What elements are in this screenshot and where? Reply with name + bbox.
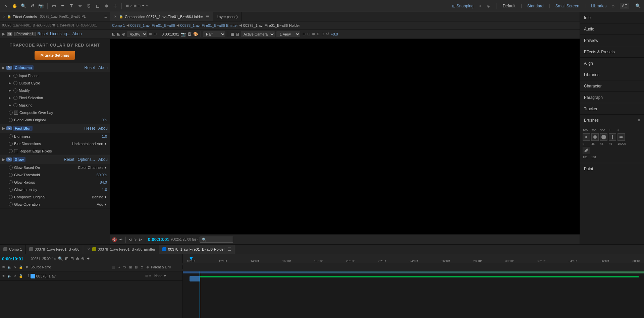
tl-shy-icon[interactable]: ⊞	[65, 256, 68, 261]
timeline-search[interactable]	[200, 237, 233, 243]
workspace-libraries[interactable]: Libraries	[591, 4, 606, 8]
stopwatch-icon[interactable]	[9, 134, 13, 138]
prev-frame[interactable]: ⊲	[128, 237, 132, 242]
brush-5[interactable]	[618, 133, 625, 141]
rotate-tool[interactable]: ↺	[29, 3, 36, 9]
glow-about[interactable]: Abou	[98, 157, 108, 162]
glow-intensity-value[interactable]: 1.0	[102, 188, 107, 192]
colorama-input-phase[interactable]: ▶ Input Phase	[0, 72, 110, 79]
tab-close-icon[interactable]: ✕	[113, 15, 117, 18]
hand-tool[interactable]: ✋	[11, 3, 18, 9]
particular-reset[interactable]: Reset	[38, 31, 48, 36]
puppet-tool[interactable]: ⊹	[112, 3, 118, 9]
workspace-default[interactable]: Default	[503, 4, 516, 8]
particular-licensing[interactable]: Licensing...	[50, 31, 70, 36]
right-panel-brushes-header[interactable]: Brushes ≡	[580, 115, 644, 126]
glow-options[interactable]: Options...	[78, 157, 95, 162]
comp-flowchart-icon[interactable]: ⊛	[317, 32, 320, 36]
expand-icon[interactable]: ▶	[2, 31, 5, 36]
snapshot-icon[interactable]: 📷	[181, 32, 186, 37]
panel-close-icon[interactable]: ✕	[3, 15, 5, 18]
tl-time-display[interactable]: 0:00:10:01	[2, 256, 29, 261]
blur-dimensions-dropdown[interactable]: Horizontal and Vert▼	[72, 142, 107, 146]
stopwatch-icon[interactable]	[13, 96, 17, 100]
grid2-icon[interactable]: ⊡	[307, 32, 310, 36]
tl-track-clip[interactable]	[190, 276, 200, 281]
panel-lock-icon[interactable]: 🔒	[7, 15, 11, 18]
right-panel-audio[interactable]: Audio	[580, 23, 644, 35]
colorama-reset[interactable]: Reset	[85, 65, 95, 70]
fastblur-reset[interactable]: Reset	[85, 126, 95, 131]
tl-tab-comp1[interactable]: Comp 1	[0, 245, 26, 254]
colorama-about[interactable]: Abou	[98, 65, 108, 70]
right-panel-effects-presets[interactable]: Effects & Presets	[580, 46, 644, 58]
glow-based-on-dropdown[interactable]: Color Channels▼	[78, 166, 107, 170]
tl-search-icon[interactable]: 🔍	[58, 256, 63, 261]
stopwatch-icon[interactable]	[13, 74, 17, 78]
right-panel-paint[interactable]: Paint	[580, 163, 644, 175]
more-workspaces[interactable]: »	[612, 3, 614, 9]
glow-threshold-value[interactable]: 60.0%	[97, 173, 107, 177]
search-icon[interactable]: 🔍	[635, 3, 641, 9]
region-icon[interactable]: ⊟	[236, 32, 239, 37]
stopwatch-icon[interactable]	[13, 103, 17, 107]
stopwatch-icon[interactable]	[9, 166, 13, 170]
colorama-modify[interactable]: ▶ Modify	[0, 87, 110, 94]
render-icon[interactable]: ⊕	[312, 32, 315, 36]
layer-link-icon[interactable]: ⊞	[145, 274, 148, 278]
snap-icon[interactable]: ⌖	[479, 4, 481, 8]
fit-icon[interactable]: ⊡	[112, 32, 115, 37]
tl-draft-icon[interactable]: ✦	[87, 256, 90, 261]
tl-tab-menu-icon[interactable]: ☰	[228, 247, 231, 252]
brush-tool[interactable]: ✏	[77, 3, 84, 9]
transparent-bg-icon[interactable]: ▦	[230, 32, 234, 37]
rectangle-tool[interactable]: ▭	[51, 3, 57, 9]
guides-icon[interactable]: ⊕	[122, 32, 125, 37]
brush-3[interactable]	[600, 133, 607, 141]
brush-1[interactable]	[583, 133, 590, 141]
brush-2[interactable]	[591, 133, 599, 141]
audio-toggle[interactable]: 🔇	[112, 237, 117, 242]
layer-audio-icon[interactable]: 🔈	[7, 274, 12, 278]
brush-4[interactable]	[609, 133, 616, 141]
clone-tool[interactable]: ⎘	[86, 3, 92, 9]
solo-toggle[interactable]: ☀	[119, 237, 123, 242]
eraser-tool[interactable]: ◻	[94, 3, 101, 9]
select-tool[interactable]: ↖	[3, 3, 9, 9]
fastblur-header[interactable]: ▶ fx Fast Blur Reset Abou	[0, 124, 110, 133]
color-icon[interactable]: 🎨	[193, 32, 198, 37]
play-btn[interactable]: ▷	[134, 237, 137, 242]
brush-6[interactable]	[583, 147, 590, 154]
breadcrumb-comp1[interactable]: Comp 1	[112, 23, 125, 27]
particular-about[interactable]: Abou	[72, 31, 82, 36]
view-select[interactable]: 1 View 2 Views 4 Views	[276, 31, 300, 37]
breadcrumb-holder[interactable]: 00378_1.avi-Fire01_B~a86-Holder	[243, 23, 300, 27]
layer-solo-icon[interactable]: ☀	[13, 274, 17, 278]
tl-tab-fire01[interactable]: 00378_1.avi-Fire01_B~a86	[26, 245, 83, 254]
timecode-display[interactable]: 0:00:10:01	[162, 32, 179, 36]
blurriness-value[interactable]: 1.0	[102, 134, 107, 138]
breadcrumb-fire01[interactable]: 00378_1.avi-Fire01_B~a86	[130, 23, 175, 27]
right-panel-libraries[interactable]: Libraries	[580, 69, 644, 80]
right-panel-paragraph[interactable]: Paragraph	[580, 92, 644, 103]
workspace-standard[interactable]: Standard	[527, 4, 544, 8]
tl-frame-blend-icon[interactable]: ⊕	[76, 256, 79, 261]
stopwatch-icon[interactable]	[9, 180, 13, 184]
zoom-select[interactable]: 45.8% 100% 50% 25%	[127, 31, 147, 37]
right-panel-info[interactable]: Info	[580, 12, 644, 23]
stopwatch-icon[interactable]	[9, 142, 13, 146]
tl-tab-emitter[interactable]: ✕ 00378_1.avi-Fire01_B~a86-Emitter	[83, 245, 159, 254]
glow-reset[interactable]: Reset	[64, 157, 74, 162]
panel-menu-icon[interactable]: ≡	[104, 14, 107, 19]
stopwatch-icon[interactable]	[9, 111, 13, 115]
stopwatch-icon[interactable]	[9, 173, 13, 177]
fastblur-about[interactable]: Abou	[98, 126, 108, 131]
comp-reset-icon[interactable]: ↺	[326, 32, 329, 36]
tl-tab-close-emitter[interactable]: ✕	[87, 247, 91, 251]
colorama-masking[interactable]: ▶ Masking	[0, 102, 110, 109]
view-options-icon[interactable]: ⊞	[303, 32, 306, 36]
composite-original-dropdown[interactable]: Behind▼	[92, 195, 107, 199]
motion-icon[interactable]: ◈	[487, 4, 490, 8]
camera-tool[interactable]: 📷	[38, 3, 44, 9]
colorama-header[interactable]: ▶ fx Colorama Reset Abou	[0, 63, 110, 72]
